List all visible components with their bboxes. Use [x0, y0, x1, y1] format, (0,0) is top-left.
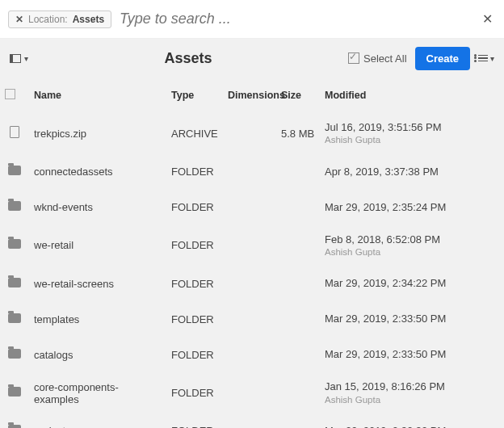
location-clear-icon[interactable]: ✕ [15, 14, 23, 25]
table-row[interactable]: connectedassetsFOLDERApr 8, 2019, 3:37:3… [0, 154, 504, 190]
folder-icon [8, 349, 21, 359]
folder-icon [8, 201, 21, 211]
folder-icon [8, 239, 21, 249]
row-name: core-components-examples [29, 372, 166, 413]
row-name: templates [29, 301, 166, 337]
row-name: we-retail [29, 225, 166, 266]
search-input[interactable] [120, 10, 471, 27]
row-modified: Mar 29, 2019, 2:32:32 PM [320, 413, 504, 428]
row-type: FOLDER [166, 413, 223, 428]
row-dimensions [223, 113, 276, 154]
row-name: connectedassets [29, 154, 166, 190]
toolbar: ▾ Assets Select All Create ▾ [0, 39, 504, 78]
row-size: 5.8 MB [276, 113, 320, 154]
row-type: FOLDER [166, 154, 223, 190]
row-type: FOLDER [166, 266, 223, 301]
select-all-label: Select All [363, 52, 406, 65]
row-type: FOLDER [166, 190, 223, 225]
row-size [276, 190, 320, 225]
row-modified: Mar 29, 2019, 2:34:22 PM [320, 266, 504, 301]
row-name: wknd-events [29, 190, 166, 225]
select-all-checkbox[interactable]: Select All [348, 52, 406, 65]
col-mod[interactable]: Modified [320, 78, 504, 113]
file-icon [10, 126, 19, 138]
row-type: FOLDER [166, 301, 223, 337]
row-size [276, 301, 320, 337]
row-dimensions [223, 372, 276, 413]
row-modified: Jan 15, 2019, 8:16:26 PMAshish Gupta [320, 372, 504, 413]
row-name: we-retail-screens [29, 266, 166, 301]
view-switcher-button[interactable]: ▾ [478, 54, 494, 63]
row-dimensions [223, 337, 276, 372]
row-type: FOLDER [166, 372, 223, 413]
location-label: Location: [28, 14, 68, 25]
list-view-icon [478, 55, 488, 62]
table-row[interactable]: wknd-eventsFOLDERMar 29, 2019, 2:35:24 P… [0, 190, 504, 225]
table-row[interactable]: projectsFOLDERMar 29, 2019, 2:32:32 PM [0, 413, 504, 428]
row-modified: Apr 8, 2019, 3:37:38 PM [320, 154, 504, 190]
table-row[interactable]: templatesFOLDERMar 29, 2019, 2:33:50 PM [0, 301, 504, 337]
col-type[interactable]: Type [166, 78, 223, 113]
row-modified: Feb 8, 2018, 6:52:08 PMAshish Gupta [320, 225, 504, 266]
row-type: FOLDER [166, 337, 223, 372]
row-dimensions [223, 301, 276, 337]
row-size [276, 266, 320, 301]
table-row[interactable]: core-components-examplesFOLDERJan 15, 20… [0, 372, 504, 413]
row-dimensions [223, 225, 276, 266]
folder-icon [8, 425, 21, 428]
asset-table: Name Type Dimensions Size Modified trekp… [0, 78, 504, 428]
table-row[interactable]: we-retailFOLDERFeb 8, 2018, 6:52:08 PMAs… [0, 225, 504, 266]
rail-toggle-button[interactable]: ▾ [10, 54, 28, 63]
col-dims[interactable]: Dimensions [223, 78, 276, 113]
close-icon[interactable]: ✕ [479, 8, 496, 30]
checkbox-icon [348, 52, 359, 64]
table-header-row: Name Type Dimensions Size Modified [0, 78, 504, 113]
rail-icon [10, 54, 21, 63]
row-size [276, 372, 320, 413]
chevron-down-icon: ▾ [24, 54, 28, 63]
table-row[interactable]: catalogsFOLDERMar 29, 2019, 2:33:50 PM [0, 337, 504, 372]
location-value: Assets [73, 14, 104, 25]
row-modified: Mar 29, 2019, 2:33:50 PM [320, 337, 504, 372]
col-size[interactable]: Size [276, 78, 320, 113]
page-title: Assets [165, 50, 212, 67]
location-chip[interactable]: ✕ Location: Assets [8, 10, 111, 28]
row-size [276, 337, 320, 372]
row-type: ARCHIVE [166, 113, 223, 154]
table-row[interactable]: we-retail-screensFOLDERMar 29, 2019, 2:3… [0, 266, 504, 301]
create-button[interactable]: Create [415, 47, 470, 70]
row-modified: Jul 16, 2019, 3:51:56 PMAshish Gupta [320, 113, 504, 154]
row-size [276, 413, 320, 428]
row-name: projects [29, 413, 166, 428]
col-name[interactable]: Name [29, 78, 166, 113]
header-checkbox[interactable] [5, 89, 15, 99]
row-dimensions [223, 413, 276, 428]
row-name: catalogs [29, 337, 166, 372]
row-size [276, 225, 320, 266]
folder-icon [8, 166, 21, 175]
row-dimensions [223, 190, 276, 225]
row-dimensions [223, 266, 276, 301]
folder-icon [8, 278, 21, 287]
table-row[interactable]: trekpics.zipARCHIVE5.8 MBJul 16, 2019, 3… [0, 113, 504, 154]
search-bar: ✕ Location: Assets ✕ [0, 0, 504, 39]
row-name: trekpics.zip [29, 113, 166, 154]
folder-icon [8, 387, 21, 397]
row-dimensions [223, 154, 276, 190]
row-type: FOLDER [166, 225, 223, 266]
folder-icon [8, 313, 21, 323]
asset-list: Name Type Dimensions Size Modified trekp… [0, 78, 504, 428]
row-modified: Mar 29, 2019, 2:33:50 PM [320, 301, 504, 337]
row-size [276, 154, 320, 190]
chevron-down-icon: ▾ [490, 54, 494, 63]
row-modified: Mar 29, 2019, 2:35:24 PM [320, 190, 504, 225]
